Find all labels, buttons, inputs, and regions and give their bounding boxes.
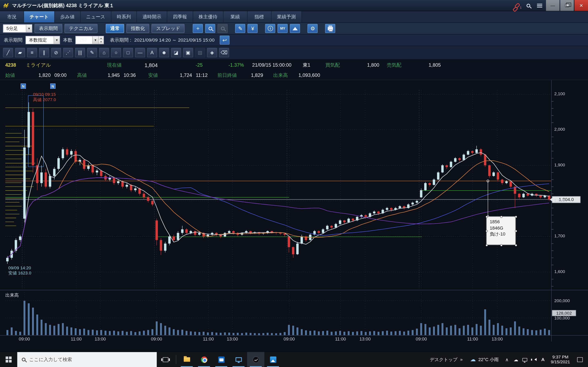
resize-handle[interactable] bbox=[486, 216, 488, 218]
tool-time-zones-icon[interactable]: ||| bbox=[75, 48, 85, 57]
resize-handle[interactable] bbox=[515, 230, 517, 232]
tool-horizontal-segment-icon[interactable]: — bbox=[135, 48, 145, 57]
news-marker[interactable]: N bbox=[50, 83, 56, 89]
area-chart-icon[interactable] bbox=[290, 24, 300, 33]
tool-icon-stamp-icon[interactable]: ☻ bbox=[159, 48, 169, 57]
ime-mode-indicator[interactable]: A bbox=[538, 357, 547, 362]
period-button[interactable]: 表示期間 bbox=[35, 24, 62, 33]
indexed-mode-button[interactable]: 指数化 bbox=[126, 24, 149, 33]
range-label: 表示期間 : bbox=[110, 37, 131, 43]
tool-trendline-icon[interactable]: ╱ bbox=[3, 48, 13, 57]
tool-anchor-icon[interactable]: ◪ bbox=[171, 48, 181, 57]
trade-note-box[interactable]: 1856 1846G 負け-10 bbox=[486, 217, 516, 245]
tool-eraser-icon[interactable]: ▰ bbox=[15, 48, 25, 57]
draw-icon[interactable]: ✎ bbox=[235, 24, 245, 33]
link-icon[interactable]: 1 bbox=[511, 0, 523, 11]
my-chart-icon[interactable]: MY bbox=[278, 24, 288, 33]
tab-chart[interactable]: チャート bbox=[24, 11, 55, 22]
rain-cloud-icon: ☁ bbox=[470, 356, 476, 363]
tab-shikiho[interactable]: 四季報 bbox=[167, 11, 193, 22]
resize-handle[interactable] bbox=[500, 244, 502, 247]
tab-forecast[interactable]: 業績予測 bbox=[271, 11, 302, 22]
onedrive-cloud-icon[interactable]: ☁ bbox=[511, 357, 520, 362]
technical-button[interactable]: テクニカル bbox=[65, 24, 98, 33]
taskbar-photos[interactable] bbox=[264, 352, 282, 367]
taskbar-outlook[interactable] bbox=[213, 352, 230, 367]
print-icon[interactable] bbox=[325, 24, 336, 33]
tab-indicators[interactable]: 指標 bbox=[247, 11, 271, 22]
high-annotation: 09/10 09:15 高値 2077.0 bbox=[33, 92, 56, 102]
tool-gann-fan-icon[interactable]: ⋰ bbox=[63, 48, 73, 57]
network-icon[interactable] bbox=[520, 358, 529, 361]
minimize-button[interactable]: — bbox=[546, 0, 559, 11]
tool-text-icon[interactable]: A bbox=[147, 48, 157, 57]
price-axis-label: 1,600 bbox=[554, 269, 565, 274]
tool-rectangle-icon[interactable]: □ bbox=[123, 48, 133, 57]
yen-icon[interactable]: ¥ bbox=[248, 24, 258, 33]
tool-horizontal-lines-icon[interactable]: ≡ bbox=[27, 48, 37, 57]
taskbar-file-explorer[interactable] bbox=[178, 352, 195, 367]
price-chart[interactable] bbox=[5, 90, 551, 288]
tool-delete-all-icon[interactable]: ⌫ bbox=[219, 48, 229, 57]
spin-down-icon[interactable]: ▼ bbox=[99, 40, 104, 44]
tool-parallel-lines-icon[interactable]: ∥ bbox=[39, 48, 49, 57]
volume-chart[interactable] bbox=[5, 292, 551, 335]
chevron-down-icon[interactable]: ▼ bbox=[92, 36, 98, 44]
count-spinner[interactable]: 257 ▼ ▲▼ bbox=[75, 36, 104, 44]
action-center-button[interactable] bbox=[573, 357, 586, 362]
interval-select[interactable]: 5分足 ▼ bbox=[3, 24, 32, 33]
resize-handle[interactable] bbox=[515, 244, 517, 247]
tool-delete-icon[interactable]: ◈ bbox=[207, 48, 217, 57]
taskbar-chrome[interactable] bbox=[195, 352, 213, 367]
taskbar-remote-desktop[interactable] bbox=[230, 352, 247, 367]
tool-copy-icon[interactable]: ▣ bbox=[183, 48, 193, 57]
tab-benefits[interactable]: 株主優待 bbox=[193, 11, 223, 22]
reset-period-icon[interactable]: ↩ bbox=[220, 35, 229, 44]
zoom-out-icon[interactable] bbox=[218, 24, 228, 33]
volume-icon[interactable] bbox=[529, 358, 538, 361]
count-value: 257 bbox=[76, 36, 89, 44]
count-mode-select[interactable]: 本数指定 ▼ bbox=[26, 36, 60, 44]
tab-timeseries[interactable]: 時系列 bbox=[111, 11, 137, 22]
start-button[interactable] bbox=[0, 352, 17, 367]
resize-handle[interactable] bbox=[486, 230, 488, 232]
resize-handle[interactable] bbox=[500, 216, 502, 218]
spin-up-icon[interactable]: ▲ bbox=[99, 36, 104, 40]
news-marker[interactable]: N bbox=[21, 83, 26, 89]
tool-pentagon-icon[interactable]: ⌂ bbox=[99, 48, 109, 57]
tab-news[interactable]: ニュース bbox=[80, 11, 111, 22]
resize-handle[interactable] bbox=[515, 216, 517, 218]
tab-market[interactable]: 市況 bbox=[0, 11, 24, 22]
high-price: 1,945 bbox=[92, 72, 120, 78]
tool-ellipse-icon[interactable]: ○ bbox=[111, 48, 121, 57]
settings-icon[interactable]: ⚙ bbox=[308, 24, 318, 33]
spread-mode-button[interactable]: スプレッド bbox=[152, 24, 185, 33]
taskbar-weather[interactable]: ☁ 22°C 小雨 bbox=[466, 356, 502, 363]
tool-fibonacci-arc-icon[interactable]: ⊘ bbox=[51, 48, 61, 57]
search-icon[interactable] bbox=[523, 0, 534, 11]
high-time: 10:36 bbox=[123, 72, 136, 78]
tool-freehand-icon[interactable]: ✎ bbox=[87, 48, 97, 57]
desktop-toolbar[interactable]: デスクトップ » bbox=[426, 356, 466, 363]
taskbar-trading-app[interactable] bbox=[247, 352, 264, 367]
menu-icon[interactable] bbox=[534, 0, 545, 11]
prev-close: 1,829 bbox=[241, 72, 263, 78]
taskbar-clock[interactable]: 9:37 PM 9/15/2021 bbox=[547, 354, 573, 365]
tool-select-icon[interactable]: ▨ bbox=[195, 48, 205, 57]
maximize-button[interactable] bbox=[560, 0, 574, 11]
close-button[interactable]: ✕ bbox=[575, 0, 588, 11]
resize-handle[interactable] bbox=[486, 244, 488, 247]
tab-ticks[interactable]: 歩み値 bbox=[55, 11, 80, 22]
pane-divider[interactable] bbox=[0, 290, 588, 290]
taskbar-search-input[interactable]: ここに入力して検索 bbox=[17, 352, 156, 367]
add-icon[interactable]: ＋ bbox=[193, 24, 203, 33]
open-label: 始値 bbox=[5, 72, 15, 78]
zoom-in-icon[interactable] bbox=[205, 24, 215, 33]
task-view-button[interactable] bbox=[157, 352, 174, 367]
tab-results[interactable]: 業績 bbox=[223, 11, 247, 22]
tab-disclosure[interactable]: 適時開示 bbox=[137, 11, 167, 22]
period-row: 表示期間 本数指定 ▼ 本数 257 ▼ ▲▼ 表示期間 : 2021/09/0… bbox=[0, 34, 588, 46]
hidden-icons-chevron[interactable]: ∧ bbox=[502, 357, 511, 362]
normal-mode-button[interactable]: 通常 bbox=[106, 24, 124, 33]
info-icon[interactable]: i bbox=[265, 24, 276, 33]
